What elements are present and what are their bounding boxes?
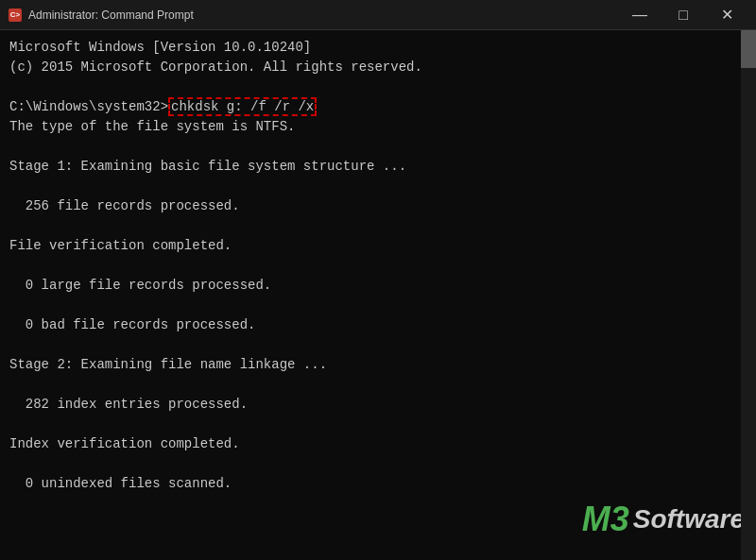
line-bad-records: 0 bad file records processed. — [9, 315, 747, 335]
watermark-m3: M3 — [582, 494, 629, 545]
line-2: (c) 2015 Microsoft Corporation. All righ… — [9, 58, 747, 77]
line-blank2 — [9, 177, 747, 196]
line-blank5 — [9, 296, 747, 315]
cmd-icon: C> — [9, 8, 22, 22]
line-index-verify: Index verification completed. — [9, 434, 747, 454]
maximize-button[interactable]: □ — [662, 0, 705, 30]
line-file-records: 256 file records processed. — [9, 196, 747, 216]
line-stage2: Stage 2: Examining file name linkage ... — [9, 355, 747, 375]
line-blank7 — [9, 375, 747, 395]
line-fs-type: The type of the file system is NTFS. — [9, 117, 747, 137]
close-button[interactable]: ✕ — [705, 0, 748, 30]
app-icon: C> — [8, 8, 23, 23]
line-blank6 — [9, 335, 747, 355]
watermark-software: Software — [633, 500, 745, 539]
watermark: M3 Software — [582, 494, 745, 545]
minimize-button[interactable]: — — [618, 0, 662, 30]
line-file-verify: File verification completed. — [9, 236, 747, 256]
line-3 — [9, 77, 747, 97]
window-title: Administrator: Command Prompt — [28, 8, 194, 22]
line-prompt: C:\Windows\system32>chkdsk g: /f /r /x — [9, 97, 747, 117]
line-blank3 — [9, 216, 747, 236]
line-blank1 — [9, 137, 747, 157]
line-blank9 — [9, 454, 747, 474]
window-controls: — □ ✕ — [618, 0, 748, 30]
title-bar-left: C> Administrator: Command Prompt — [8, 8, 194, 23]
line-large-records: 0 large file records processed. — [9, 276, 747, 296]
title-bar: C> Administrator: Command Prompt — □ ✕ — [0, 0, 756, 30]
line-stage1: Stage 1: Examining basic file system str… — [9, 157, 747, 177]
line-index-entries: 282 index entries processed. — [9, 395, 747, 415]
scrollbar[interactable] — [741, 30, 756, 560]
line-unindexed: 0 unindexed files scanned. — [9, 474, 747, 494]
terminal-area[interactable]: Microsoft Windows [Version 10.0.10240] (… — [0, 30, 756, 560]
line-blank8 — [9, 415, 747, 434]
line-blank4 — [9, 256, 747, 276]
scrollbar-thumb[interactable] — [741, 30, 756, 68]
command-text: chkdsk g: /f /r /x — [168, 97, 317, 116]
line-1: Microsoft Windows [Version 10.0.10240] — [9, 38, 747, 58]
